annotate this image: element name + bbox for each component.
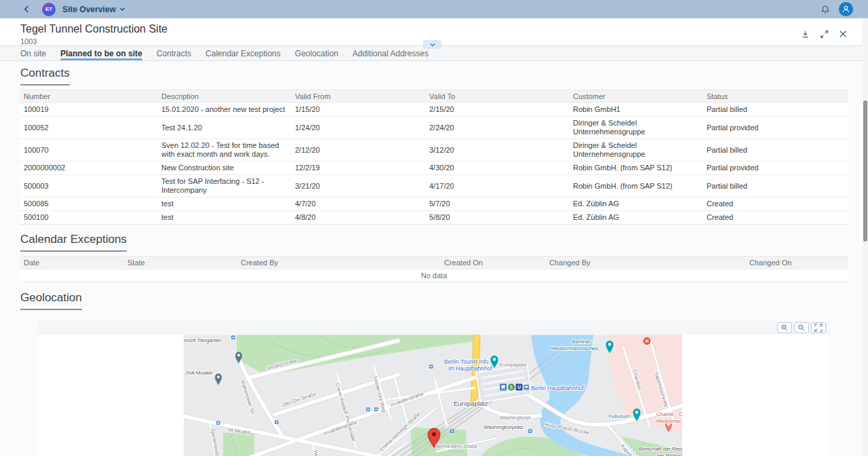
column-header: Valid To bbox=[426, 90, 570, 102]
cell-valid-from: 4/8/20 bbox=[292, 211, 426, 224]
cell-customer: Robin GmbH1 bbox=[570, 103, 703, 116]
zoom-out-button[interactable] bbox=[794, 322, 809, 333]
calendar-exceptions-table: Date State Created By Created On Changed… bbox=[20, 256, 848, 282]
app-logo-text: ET bbox=[45, 6, 52, 12]
cell-description: test bbox=[158, 211, 292, 224]
app-title-menu[interactable]: Site Overview bbox=[62, 5, 125, 14]
cell-status: Created bbox=[703, 211, 848, 224]
table-row[interactable]: 100052 Test 24.1.20 1/24/20 2/24/20 Diri… bbox=[20, 117, 848, 139]
map-toolbar bbox=[37, 321, 829, 335]
table-row[interactable]: 500003 Test for SAP Interfacing - S12 - … bbox=[20, 175, 848, 197]
back-button[interactable] bbox=[20, 3, 33, 16]
expand-icon bbox=[814, 324, 823, 332]
cell-status: Partial provided bbox=[703, 121, 848, 134]
notifications-button[interactable] bbox=[817, 3, 833, 16]
no-data-message: No data bbox=[20, 269, 848, 282]
close-button[interactable] bbox=[835, 27, 850, 41]
column-header: Description bbox=[158, 90, 292, 102]
tab-geolocation[interactable]: Geolocation bbox=[295, 46, 338, 60]
map-label: Berliner bbox=[572, 339, 591, 345]
table-row[interactable]: 2000000002 New Construction site 12/2/19… bbox=[20, 162, 848, 175]
map-label: Bertha-Benz-Straße bbox=[436, 444, 477, 449]
resize-corners-icon bbox=[820, 30, 829, 39]
cell-valid-to: 2/24/20 bbox=[426, 121, 570, 134]
table-row[interactable]: 100019 15.01.2020 - another new test pro… bbox=[20, 103, 848, 117]
cell-status: Partial provided bbox=[703, 162, 848, 174]
cell-number: 2000000002 bbox=[20, 162, 158, 174]
map-label: Europaplatz bbox=[500, 362, 527, 368]
tab-on-site[interactable]: On site bbox=[20, 46, 46, 60]
cell-customer: Ed. Züblin AG bbox=[570, 211, 703, 224]
map-label: Berlin Hauptbahnhof bbox=[531, 385, 584, 392]
cell-valid-to: 5/8/20 bbox=[426, 211, 570, 224]
cell-number: 500003 bbox=[20, 180, 158, 193]
cell-description: 15.01.2020 - another new test project bbox=[158, 103, 292, 116]
table-row[interactable]: 100070 Sven 12.02.20 - Test for time bas… bbox=[20, 139, 848, 162]
resize-button[interactable] bbox=[816, 27, 831, 41]
page-subtitle: 1003 bbox=[20, 37, 167, 45]
cell-status: Partial billed bbox=[703, 103, 848, 116]
cell-description: Sven 12.02.20 - Test for time based with… bbox=[158, 139, 292, 161]
app-logo[interactable]: ET bbox=[42, 3, 56, 16]
park-area bbox=[223, 433, 254, 456]
calendar-exceptions-section-title: Calendar Exceptions bbox=[20, 233, 127, 252]
cell-valid-to: 5/7/20 bbox=[426, 197, 570, 210]
tab-additional-addresses[interactable]: Additional Addresses bbox=[353, 46, 429, 60]
zoom-in-button[interactable] bbox=[777, 322, 792, 333]
tab-label: Contracts bbox=[157, 49, 191, 58]
chevron-left-icon bbox=[23, 5, 31, 13]
contracts-section-title: Contracts bbox=[20, 66, 70, 86]
download-icon bbox=[801, 30, 810, 39]
tab-contracts[interactable]: Contracts bbox=[157, 46, 191, 60]
map-label: ericht Tiergarten bbox=[184, 337, 222, 343]
cell-description: Test for SAP Interfacing - S12 - Interco… bbox=[158, 175, 292, 197]
cell-customer: Ed. Züblin AG bbox=[570, 197, 703, 210]
map-label: Berlin Tourist Info bbox=[444, 358, 489, 365]
map-fullscreen-button[interactable] bbox=[811, 322, 826, 333]
column-header: Customer bbox=[570, 90, 703, 102]
column-header: State bbox=[124, 256, 237, 269]
cell-valid-from: 4/7/20 bbox=[292, 197, 426, 210]
column-header: Date bbox=[20, 256, 124, 269]
map-label: Botschaft der Rep bbox=[639, 446, 682, 452]
map-label: Washingtonplatz bbox=[484, 424, 524, 430]
scrollbar-thumb[interactable] bbox=[863, 100, 867, 242]
column-header: Created On bbox=[441, 256, 546, 269]
cell-status: Partial billed bbox=[703, 180, 848, 193]
map-stage: S U bbox=[37, 335, 829, 456]
column-header: Number bbox=[20, 90, 158, 102]
cell-customer: Diringer & Scheidel Unternehmensgruppe bbox=[570, 117, 703, 138]
tab-label: On site bbox=[20, 49, 46, 58]
table-row[interactable]: 500100 test 4/8/20 5/8/20 Ed. Züblin AG … bbox=[20, 211, 848, 224]
s-bahn-letter: S bbox=[510, 385, 513, 390]
scrollbar[interactable] bbox=[863, 18, 868, 456]
cell-customer: Robin GmbH. (from SAP S12) bbox=[570, 162, 703, 174]
table-row[interactable]: 500085 test 4/7/20 5/7/20 Ed. Züblin AG … bbox=[20, 197, 848, 211]
person-icon bbox=[841, 4, 851, 14]
cell-status: Partial billed bbox=[703, 144, 848, 157]
user-avatar[interactable] bbox=[839, 2, 853, 16]
map-label: Medizinisc bbox=[656, 418, 682, 424]
u-bahn-letter: U bbox=[517, 385, 521, 390]
tab-planned-to-be-on-site[interactable]: Planned to be on site bbox=[60, 46, 142, 60]
download-button[interactable] bbox=[797, 27, 812, 41]
map-label: im Hauptbahnhof bbox=[448, 365, 492, 372]
page-title: Tegel Tunnel Construction Site bbox=[20, 23, 167, 35]
map-svg: S U bbox=[184, 335, 682, 456]
cell-customer: Diringer & Scheidel Unternehmensgruppe bbox=[570, 139, 703, 161]
column-header: Valid From bbox=[292, 90, 426, 102]
map-canvas[interactable]: S U bbox=[184, 335, 682, 456]
contracts-table: Number Description Valid From Valid To C… bbox=[20, 90, 848, 225]
hospital-letter: H bbox=[646, 339, 649, 343]
geolocation-section-title: Geolocation bbox=[20, 291, 82, 310]
cell-valid-to: 4/30/20 bbox=[426, 162, 570, 174]
map-label: Futurium bbox=[608, 413, 630, 419]
tab-calendar-exceptions[interactable]: Calendar Exceptions bbox=[205, 46, 281, 60]
cell-description: Test 24.1.20 bbox=[158, 121, 292, 134]
magnifier-plus-icon bbox=[781, 324, 789, 332]
collapse-header-button[interactable] bbox=[423, 40, 441, 49]
cell-valid-to: 3/12/20 bbox=[426, 144, 570, 157]
cell-number: 500100 bbox=[20, 211, 158, 224]
tab-label: Geolocation bbox=[295, 49, 338, 58]
map-label: JVA Moabit bbox=[185, 370, 213, 376]
